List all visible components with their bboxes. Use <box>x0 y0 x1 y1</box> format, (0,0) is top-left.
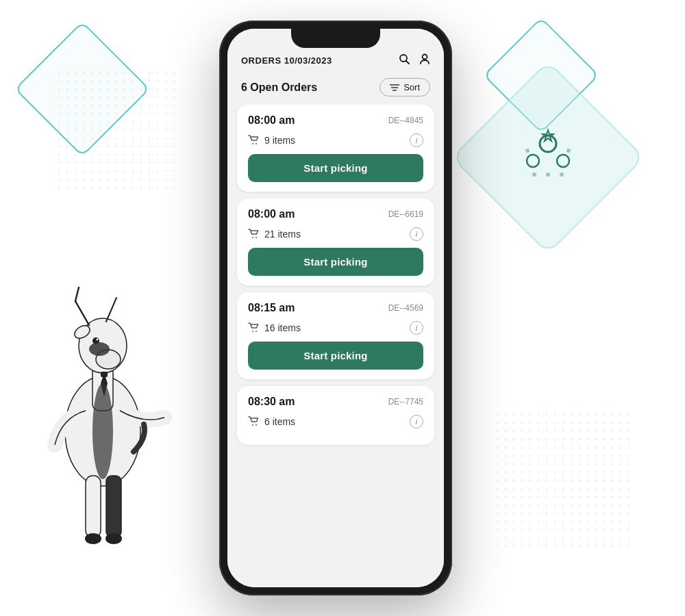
svg-line-28 <box>406 61 409 64</box>
sort-label: Sort <box>403 82 420 92</box>
cart-icon-4 <box>248 416 259 428</box>
order-3-items-left: 16 items <box>248 322 301 334</box>
order-1-info-icon[interactable]: i <box>410 133 423 147</box>
svg-point-39 <box>252 424 253 426</box>
svg-point-37 <box>252 331 253 332</box>
svg-rect-21 <box>101 372 108 377</box>
svg-line-16 <box>75 287 79 301</box>
order-3-items-count: 16 items <box>264 322 301 333</box>
order-card-3-header: 08:15 am DE--4569 <box>248 302 423 314</box>
phone-frame: ORDERS 10/03/2023 <box>219 21 452 595</box>
header-title: ORDERS 10/03/2023 <box>241 55 332 66</box>
order-1-items-left: 9 items <box>248 135 295 146</box>
order-1-id: DE--4845 <box>388 116 423 125</box>
achievement-diamond <box>451 61 645 255</box>
order-1-items-row: 9 items i <box>248 133 423 147</box>
order-2-items-count: 21 items <box>264 229 301 240</box>
order-1-start-picking-btn[interactable]: Start picking <box>248 154 423 182</box>
order-4-items-left: 6 items <box>248 416 295 428</box>
svg-point-38 <box>256 331 257 332</box>
svg-point-35 <box>252 237 253 238</box>
app-content: ORDERS 10/03/2023 <box>227 29 444 587</box>
svg-point-34 <box>256 143 257 144</box>
order-4-id: DE--7745 <box>388 397 423 407</box>
order-2-items-left: 21 items <box>248 229 301 240</box>
order-2-id: DE--6619 <box>388 209 423 219</box>
order-2-info-icon[interactable]: i <box>410 227 423 241</box>
cart-icon-1 <box>248 135 259 146</box>
svg-line-15 <box>75 301 89 325</box>
profile-icon[interactable] <box>419 53 430 67</box>
phone-screen: ORDERS 10/03/2023 <box>227 29 444 587</box>
order-1-items-count: 9 items <box>264 135 295 146</box>
svg-point-19 <box>89 342 110 356</box>
search-icon[interactable] <box>399 53 410 67</box>
sort-button[interactable]: Sort <box>379 78 430 97</box>
order-1-time: 08:00 am <box>248 114 295 127</box>
order-card-4-header: 08:30 am DE--7745 <box>248 396 423 408</box>
order-3-start-picking-btn[interactable]: Start picking <box>248 342 423 370</box>
svg-point-6 <box>546 172 550 177</box>
order-3-id: DE--4569 <box>388 303 423 313</box>
cart-icon-3 <box>248 322 259 334</box>
order-3-info-icon[interactable]: i <box>410 321 423 335</box>
orders-list: 08:00 am DE--4845 <box>227 105 444 587</box>
svg-point-40 <box>256 424 257 426</box>
svg-point-24 <box>85 533 101 544</box>
order-3-items-row: 16 items i <box>248 321 423 335</box>
order-card-4: 08:30 am DE--7745 <box>237 386 434 445</box>
order-4-info-icon[interactable]: i <box>410 415 423 428</box>
order-card-2-header: 08:00 am DE--6619 <box>248 208 423 220</box>
svg-point-1 <box>527 155 539 167</box>
svg-point-7 <box>532 172 536 177</box>
svg-rect-23 <box>106 476 121 537</box>
svg-point-33 <box>252 143 253 144</box>
achievement-inner <box>503 113 593 202</box>
order-4-time: 08:30 am <box>248 396 295 408</box>
svg-point-14 <box>97 339 99 341</box>
order-4-items-count: 6 items <box>264 416 295 427</box>
svg-point-8 <box>560 172 564 177</box>
achievement-icon <box>514 123 582 192</box>
cart-icon-2 <box>248 229 259 240</box>
svg-point-5 <box>566 149 571 153</box>
order-card-1: 08:00 am DE--4845 <box>237 105 434 192</box>
svg-point-25 <box>105 533 122 544</box>
order-2-time: 08:00 am <box>248 208 295 220</box>
orders-bar: 6 Open Orders Sort <box>227 75 444 105</box>
phone-device: ORDERS 10/03/2023 <box>219 21 452 595</box>
goat-mascot <box>14 137 192 616</box>
order-card-3: 08:15 am DE--4569 <box>237 292 434 379</box>
svg-point-26 <box>92 383 113 479</box>
svg-point-2 <box>557 155 569 167</box>
phone-notch <box>291 29 380 48</box>
order-card-1-header: 08:00 am DE--4845 <box>248 114 423 127</box>
order-card-2: 08:00 am DE--6619 <box>237 198 434 285</box>
order-4-items-row: 6 items i <box>248 415 423 428</box>
dots-pattern-br <box>493 411 630 548</box>
svg-point-29 <box>423 55 427 60</box>
svg-point-36 <box>256 237 257 238</box>
header-icons <box>399 53 430 67</box>
svg-line-17 <box>106 298 116 322</box>
order-3-time: 08:15 am <box>248 302 295 314</box>
svg-point-4 <box>525 149 530 153</box>
order-2-items-row: 21 items i <box>248 227 423 241</box>
svg-rect-22 <box>86 476 101 537</box>
goat-svg <box>27 171 178 616</box>
sort-icon <box>390 84 399 92</box>
order-2-start-picking-btn[interactable]: Start picking <box>248 248 423 276</box>
orders-count: 6 Open Orders <box>241 81 317 94</box>
